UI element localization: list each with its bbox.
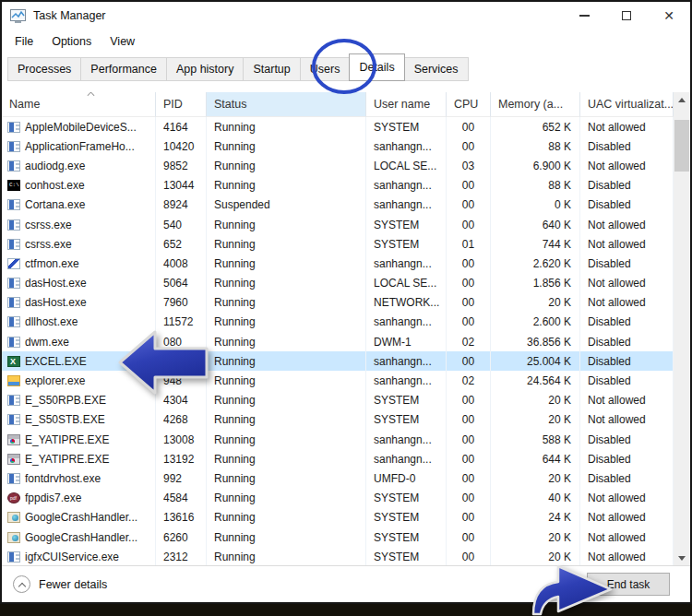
column-header-name[interactable]: Name (2, 92, 156, 117)
process-name-cell: E_YATIPRE.EXE (2, 430, 156, 449)
pen-process-icon (7, 258, 20, 269)
menu-view[interactable]: View (101, 31, 144, 52)
user-name-cell: SYSTEM (366, 391, 447, 410)
uac-cell: Not allowed (580, 117, 674, 136)
pid-cell: 4304 (156, 391, 207, 410)
uac-cell: Disabled (580, 313, 674, 332)
crash-process-icon (7, 512, 20, 523)
column-header-pid[interactable]: PID (156, 92, 207, 117)
excel-process-icon (7, 356, 20, 367)
table-row-e-yatipre-exe[interactable]: E_YATIPRE.EXE13008Runningsanhangn...0058… (2, 430, 674, 449)
table-row-applicationframeho[interactable]: ApplicationFrameHo...10420Runningsanhang… (2, 136, 674, 156)
tab-users[interactable]: Users (300, 57, 351, 81)
fewer-details-label: Fewer details (39, 578, 107, 591)
tab-app-history[interactable]: App history (166, 57, 245, 81)
process-name-cell: dasHost.exe (2, 293, 156, 313)
pid-cell: 080 (156, 332, 207, 351)
column-header-uac[interactable]: UAC virtualizat... (580, 92, 674, 117)
table-row-audiodg-exe[interactable]: audiodg.exe9852RunningLOCAL SE...036.900… (2, 156, 674, 175)
table-row-conhost-exe[interactable]: conhost.exe13044Runningsanhangn...0088 K… (2, 176, 674, 195)
table-row-fppdis7-exe[interactable]: fppdis7.exe4584RunningSYSTEM0040 KNot al… (2, 489, 674, 508)
app-process-icon (7, 199, 20, 210)
app-process-icon (7, 297, 20, 308)
process-name-cell: igfxCUIService.exe (2, 547, 156, 566)
column-header-status[interactable]: Status (207, 92, 366, 117)
pid-cell (156, 351, 207, 371)
scrollbar-thumb[interactable] (674, 120, 689, 172)
status-cell: Suspended (207, 195, 366, 215)
table-row-csrss-exe[interactable]: csrss.exe652RunningSYSTEM01744 KNot allo… (2, 234, 674, 254)
pdf-process-icon (7, 492, 20, 503)
cpu-cell: 00 (447, 195, 491, 215)
uac-cell: Not allowed (580, 293, 674, 313)
tab-performance[interactable]: Performance (80, 57, 167, 81)
column-header-cpu[interactable]: CPU (447, 92, 491, 117)
cpu-cell: 00 (447, 430, 491, 449)
table-row-e-s50rpb-exe[interactable]: E_S50RPB.EXE4304RunningSYSTEM0020 KNot a… (2, 391, 674, 410)
crash-process-icon (7, 532, 20, 543)
table-row-cortana-exe[interactable]: Cortana.exe8924Suspendedsanhangn...000 K… (2, 195, 674, 215)
table-row-ctfmon-exe[interactable]: ctfmon.exe4008Runningsanhangn...002.620 … (2, 254, 674, 273)
tab-details[interactable]: Details (349, 53, 404, 81)
pid-cell: 13044 (156, 176, 207, 195)
memory-cell: 20 K (491, 468, 580, 488)
table-row-googlecrashhandler[interactable]: GoogleCrashHandler...6260RunningSYSTEM00… (2, 527, 674, 547)
process-name-cell: dllhost.exe (2, 313, 156, 332)
table-row-googlecrashhandler[interactable]: GoogleCrashHandler...13616RunningSYSTEM0… (2, 508, 674, 527)
app-process-icon (7, 122, 20, 133)
fewer-details-toggle[interactable]: Fewer details (13, 575, 107, 593)
uac-cell: Not allowed (580, 391, 674, 410)
close-button[interactable]: ✕ (648, 2, 690, 30)
tab-processes[interactable]: Processes (7, 57, 81, 81)
minimize-button[interactable] (563, 2, 605, 30)
table-header: NamePIDStatusUser nameCPUMemory (a...UAC… (2, 92, 674, 117)
uac-cell: Disabled (580, 332, 674, 351)
table-row-e-yatipre-exe[interactable]: E_YATIPRE.EXE13192Runningsanhangn...0064… (2, 449, 674, 468)
details-table: NamePIDStatusUser nameCPUMemory (a...UAC… (2, 92, 690, 566)
uac-cell: Not allowed (580, 234, 674, 254)
tab-startup[interactable]: Startup (243, 57, 300, 81)
table-row-dashost-exe[interactable]: dasHost.exe5064RunningLOCAL SE...001.856… (2, 274, 674, 293)
process-name-cell: conhost.exe (2, 176, 156, 195)
table-row-dashost-exe[interactable]: dasHost.exe7960RunningNETWORK...0020 KNo… (2, 293, 674, 313)
menu-options[interactable]: Options (42, 31, 101, 52)
scrollbar-up-button[interactable] (674, 92, 690, 108)
memory-cell: 2.600 K (491, 313, 580, 332)
memory-cell: 1.856 K (491, 274, 580, 293)
status-cell: Running (207, 254, 366, 273)
vertical-scrollbar[interactable] (674, 92, 690, 566)
cpu-cell: 00 (447, 449, 491, 468)
user-name-cell: SYSTEM (366, 410, 447, 430)
tab-services[interactable]: Services (404, 57, 469, 81)
end-task-button[interactable]: End task (587, 573, 670, 596)
user-name-cell: LOCAL SE... (366, 156, 447, 175)
status-cell: Running (207, 508, 366, 527)
table-row-applemobiledevices[interactable]: AppleMobileDeviceS...4164RunningSYSTEM00… (2, 117, 674, 136)
process-name-cell: explorer.exe (2, 371, 156, 390)
maximize-button[interactable] (605, 2, 648, 30)
memory-cell: 20 K (491, 391, 580, 410)
table-row-excel-exe[interactable]: EXCEL.EXERunningsanhangn...0025.004 KDis… (2, 351, 674, 371)
table-row-dllhost-exe[interactable]: dllhost.exe11572Runningsanhangn...002.60… (2, 313, 674, 332)
table-row-csrss-exe[interactable]: csrss.exe540RunningSYSTEM00640 KNot allo… (2, 215, 674, 234)
app-process-icon (7, 239, 20, 250)
table-row-igfxcuiservice-exe[interactable]: igfxCUIService.exe2312RunningSYSTEM0020 … (2, 547, 674, 566)
table-row-fontdrvhost-exe[interactable]: fontdrvhost.exe992RunningUMFD-00020 KDis… (2, 468, 674, 488)
app-process-icon (7, 551, 20, 563)
column-header-user[interactable]: User name (366, 92, 447, 117)
column-header-memory[interactable]: Memory (a... (491, 92, 580, 117)
scrollbar-down-icon (678, 556, 686, 561)
pid-cell: 652 (156, 234, 207, 254)
scrollbar-down-button[interactable] (674, 551, 690, 566)
cpu-cell: 00 (447, 527, 491, 547)
process-name-cell: audiodg.exe (2, 156, 156, 175)
status-cell: Running (207, 410, 366, 430)
table-row-e-s50stb-exe[interactable]: E_S50STB.EXE4268RunningSYSTEM0020 KNot a… (2, 410, 674, 430)
table-row-dwm-exe[interactable]: dwm.exe080RunningDWM-10236.856 KDisabled (2, 332, 674, 351)
menu-file[interactable]: File (6, 31, 42, 52)
process-name-cell: EXCEL.EXE (2, 351, 156, 371)
process-name-cell: E_YATIPRE.EXE (2, 449, 156, 468)
memory-cell: 0 K (491, 195, 580, 215)
process-name-cell: GoogleCrashHandler... (2, 508, 156, 527)
table-row-explorer-exe[interactable]: explorer.exe948Runningsanhangn...0224.56… (2, 371, 674, 390)
